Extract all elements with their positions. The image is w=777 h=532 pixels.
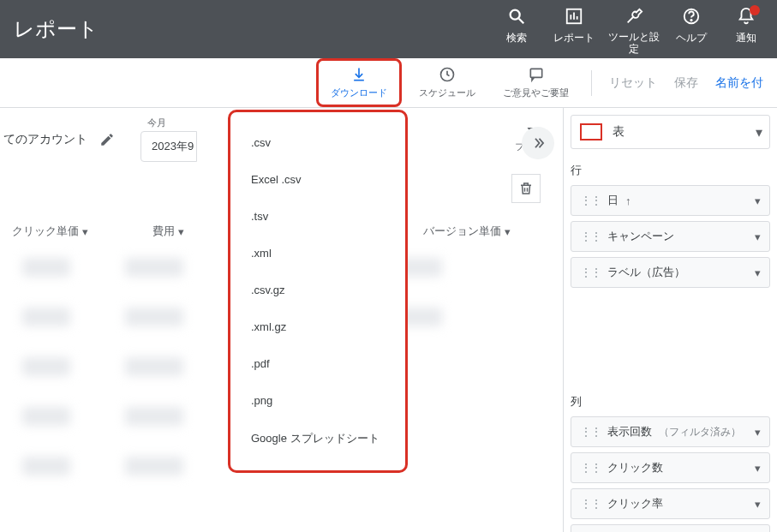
row-chip-campaign[interactable]: ⋮⋮ キャンペーン ▾	[571, 221, 770, 252]
schedule-button[interactable]: スケジュール	[405, 63, 489, 103]
account-scope: てのアカウント	[0, 132, 87, 147]
panel-toggle[interactable]	[522, 127, 554, 159]
top-header: レポート 検索 レポート ツールと設定 ヘルプ 通知	[0, 0, 777, 58]
wrench-icon	[625, 7, 643, 26]
col-chip-avgcpc[interactable]: ⋮⋮ 平均クリック単価 ▾	[571, 524, 770, 532]
dropdown-caret-icon: ▾	[755, 426, 761, 439]
feedback-button[interactable]: ご意見やご要望	[489, 63, 583, 103]
svg-rect-13	[581, 124, 601, 140]
dropdown-caret-icon: ▾	[756, 124, 762, 140]
dropdown-caret-icon: ▾	[755, 194, 761, 207]
col-chip-clicks[interactable]: ⋮⋮ クリック数 ▾	[571, 452, 770, 483]
col-chip-impressions[interactable]: ⋮⋮ 表示回数 （フィルタ済み） ▾	[571, 416, 770, 447]
toolbar-divider	[591, 70, 592, 96]
nav-tools[interactable]: ツールと設定	[607, 7, 660, 56]
grip-icon: ⋮⋮	[580, 194, 601, 207]
sub-toolbar: ダウンロード スケジュール ご意見やご要望 リセット 保存 名前を付	[0, 58, 777, 108]
view-type-select[interactable]: 表 ▾	[571, 115, 770, 149]
clock-icon	[439, 66, 456, 83]
download-button[interactable]: ダウンロード	[316, 58, 402, 107]
nav-notifications[interactable]: 通知	[722, 7, 770, 56]
col-cpc[interactable]: クリック単価▾	[12, 224, 152, 239]
download-pdf[interactable]: .pdf	[230, 345, 405, 382]
trash-icon	[518, 181, 534, 196]
sort-asc-icon: ↑	[625, 194, 631, 207]
date-preset-label: 今月	[140, 117, 197, 129]
date-range[interactable]: 今月 2023年9	[140, 117, 197, 162]
speech-bubble-icon	[528, 66, 545, 83]
svg-point-0	[511, 10, 520, 20]
rows-section-label: 行	[571, 163, 770, 178]
chevron-right-icon	[530, 135, 546, 151]
download-png[interactable]: .png	[230, 382, 405, 419]
download-gsheet[interactable]: Google スプレッドシート	[230, 419, 405, 458]
grip-icon: ⋮⋮	[580, 230, 601, 243]
grip-icon: ⋮⋮	[580, 266, 601, 279]
nav-report[interactable]: レポート	[547, 7, 601, 56]
download-icon	[350, 66, 368, 83]
row-chip-day[interactable]: ⋮⋮ 日 ↑ ▾	[571, 185, 770, 216]
col-chip-ctr[interactable]: ⋮⋮ クリック率 ▾	[571, 488, 770, 519]
download-xmlgz[interactable]: .xml.gz	[230, 308, 405, 345]
top-nav: 検索 レポート ツールと設定 ヘルプ 通知	[493, 0, 770, 56]
download-menu: .csv Excel .csv .tsv .xml .csv.gz .xml.g…	[228, 110, 408, 473]
svg-line-1	[519, 19, 524, 24]
nav-help[interactable]: ヘルプ	[667, 7, 715, 56]
config-panel: 表 ▾ 行 ⋮⋮ 日 ↑ ▾ ⋮⋮ キャンペーン ▾ ⋮⋮ ラベル（広告） ▾ …	[563, 108, 777, 532]
dropdown-caret-icon: ▾	[755, 462, 761, 475]
dropdown-caret-icon: ▾	[755, 266, 761, 279]
grip-icon: ⋮⋮	[580, 425, 601, 439]
date-value: 2023年9	[140, 131, 197, 162]
cols-section-label: 列	[571, 394, 770, 409]
nav-search[interactable]: 検索	[493, 7, 541, 56]
svg-line-6	[628, 16, 634, 22]
save-link: 保存	[666, 75, 707, 91]
download-tsv[interactable]: .tsv	[230, 198, 405, 235]
edit-icon[interactable]	[99, 132, 115, 147]
svg-point-8	[690, 20, 691, 21]
svg-rect-10	[530, 69, 541, 77]
dropdown-caret-icon: ▾	[755, 230, 761, 243]
grip-icon: ⋮⋮	[580, 497, 601, 511]
download-excel-csv[interactable]: Excel .csv	[230, 161, 405, 198]
save-as-link[interactable]: 名前を付	[707, 75, 772, 91]
notification-badge	[750, 5, 760, 15]
reset-link: リセット	[601, 75, 666, 91]
grip-icon: ⋮⋮	[580, 461, 601, 475]
download-csv[interactable]: .csv	[230, 124, 405, 161]
dropdown-caret-icon: ▾	[82, 225, 88, 238]
report-icon	[565, 7, 583, 26]
table-icon	[578, 121, 604, 143]
dropdown-caret-icon: ▾	[755, 498, 761, 511]
help-icon	[682, 7, 701, 26]
delete-button[interactable]	[511, 174, 541, 203]
download-csvgz[interactable]: .csv.gz	[230, 272, 405, 308]
col-conv-unit[interactable]: バージョン単価▾	[423, 224, 511, 239]
row-chip-label-ads[interactable]: ⋮⋮ ラベル（広告） ▾	[571, 257, 770, 288]
page-title: レポート	[14, 0, 493, 43]
search-icon	[507, 7, 526, 26]
dropdown-caret-icon: ▾	[505, 225, 511, 238]
dropdown-caret-icon: ▾	[178, 225, 184, 238]
download-xml[interactable]: .xml	[230, 235, 405, 272]
